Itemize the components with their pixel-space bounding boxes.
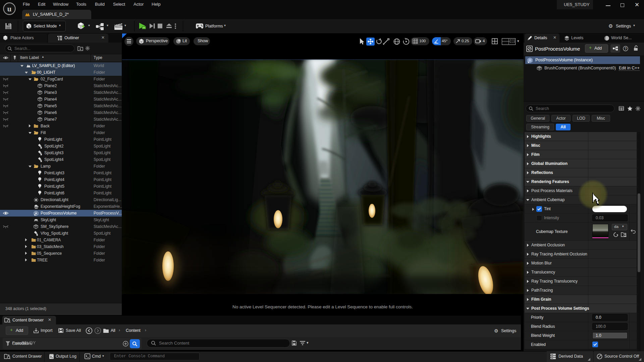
svg-text:u: u [7,5,12,13]
svg-text:?: ? [625,47,627,51]
